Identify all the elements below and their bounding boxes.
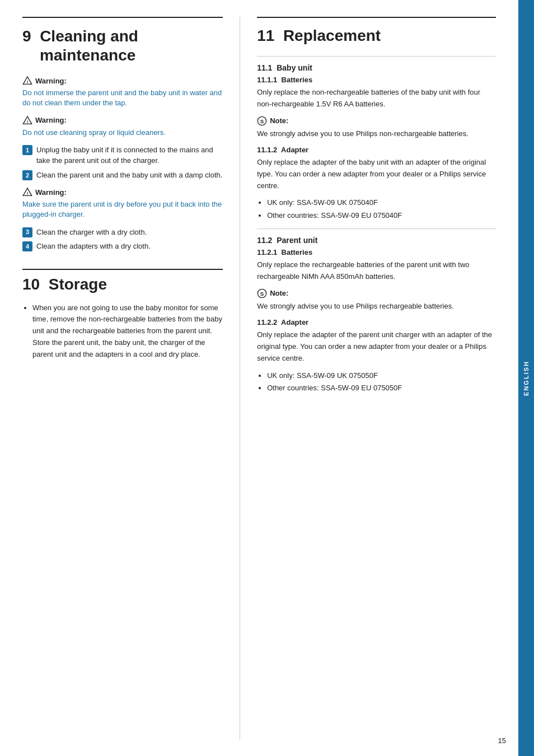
page-number: 15 <box>498 736 506 745</box>
warning1-text: Do not immerse the parent unit and the b… <box>22 88 223 108</box>
section11-1-2-title: 11.1.2 Adapter <box>257 146 496 154</box>
section11-2-divider <box>257 228 496 229</box>
note-label-1: S Note: <box>257 116 496 126</box>
note-label-2: S Note: <box>257 288 496 298</box>
section11-2-2-title: 11.2.2 Adapter <box>257 318 496 326</box>
step-3: 3 Clean the charger with a dry cloth. <box>22 227 223 238</box>
note-block-1: S Note: We strongly advise you to use Ph… <box>257 116 496 139</box>
warning-label-1: ! Warning: <box>22 76 223 86</box>
svg-text:S: S <box>260 291 264 297</box>
step-badge-4: 4 <box>22 241 32 251</box>
step-2: 2 Clean the parent unit and the baby uni… <box>22 170 223 181</box>
warning-label-2: ! Warning: <box>22 115 223 125</box>
warning-icon-2: ! <box>22 115 32 125</box>
bullet-item: UK only: SSA-5W-09 UK 075040F <box>267 197 496 209</box>
section11-2-1-title: 11.2.1 Batteries <box>257 248 496 256</box>
section11-title: 11 Replacement <box>257 27 496 45</box>
storage-list: When you are not going to use the baby m… <box>22 302 223 361</box>
note-icon-2: S <box>257 288 267 298</box>
svg-text:S: S <box>260 118 264 124</box>
steps-list-2: 3 Clean the charger with a dry cloth. 4 … <box>22 227 223 252</box>
section10: 10 Storage When you are not going to use… <box>22 269 223 361</box>
section11-1-1-title: 11.1.1 Batteries <box>257 76 496 84</box>
warning-block-2: ! Warning: Do not use cleaning spray or … <box>22 115 223 138</box>
section9-divider <box>22 17 223 18</box>
svg-text:!: ! <box>27 191 29 196</box>
note-icon-1: S <box>257 116 267 126</box>
svg-text:!: ! <box>27 80 29 85</box>
side-tab-label: ENGLISH <box>523 361 530 396</box>
section11-1-1-text: Only replace the non-rechargeable batter… <box>257 87 496 110</box>
step-badge-3: 3 <box>22 227 32 237</box>
section11-divider <box>257 17 496 18</box>
section11-2-1-text: Only replace the rechargeable batteries … <box>257 259 496 283</box>
note2-text: We strongly advise you to use Philips re… <box>257 301 496 312</box>
storage-text: When you are not going to use the baby m… <box>32 302 223 361</box>
bullet-item: UK only: SSA-5W-09 UK 075050F <box>267 370 496 382</box>
steps-list-1: 1 Unplug the baby unit if it is connecte… <box>22 144 223 181</box>
note1-text: We strongly advise you to use Philips no… <box>257 128 496 139</box>
warning-label-3: ! Warning: <box>22 187 223 197</box>
step-1: 1 Unplug the baby unit if it is connecte… <box>22 144 223 166</box>
bullet-item: Other countries: SSA-5W-09 EU 075040F <box>267 210 496 222</box>
warning2-text: Do not use cleaning spray or liquid clea… <box>22 128 223 138</box>
svg-text:!: ! <box>27 119 29 124</box>
section11-2-2-text: Only replace the adapter of the parent u… <box>257 329 496 364</box>
section9-title: 9 Cleaning and maintenance <box>22 27 223 64</box>
warning-block-3: ! Warning: Make sure the parent unit is … <box>22 187 223 220</box>
step-badge-1: 1 <box>22 145 32 155</box>
section11-1-2-bullets: UK only: SSA-5W-09 UK 075040F Other coun… <box>257 197 496 222</box>
warning-block-1: ! Warning: Do not immerse the parent uni… <box>22 76 223 108</box>
section11-1-title: 11.1 Baby unit <box>257 63 496 72</box>
section10-title: 10 Storage <box>22 276 223 293</box>
section11-2-title: 11.2 Parent unit <box>257 236 496 245</box>
side-tab: ENGLISH <box>518 0 534 756</box>
warning3-text: Make sure the parent unit is dry before … <box>22 199 223 220</box>
step-4: 4 Clean the adapters with a dry cloth. <box>22 241 223 252</box>
section11-2-2-bullets: UK only: SSA-5W-09 UK 075050F Other coun… <box>257 370 496 395</box>
warning-icon-1: ! <box>22 76 32 86</box>
note-block-2: S Note: We strongly advise you to use Ph… <box>257 288 496 312</box>
warning-icon-3: ! <box>22 187 32 197</box>
bullet-item: Other countries: SSA-5W-09 EU 075050F <box>267 382 496 394</box>
step-badge-2: 2 <box>22 170 32 180</box>
section11-1-divider <box>257 56 496 57</box>
section11-1-2-text: Only replace the adapter of the baby uni… <box>257 157 496 192</box>
